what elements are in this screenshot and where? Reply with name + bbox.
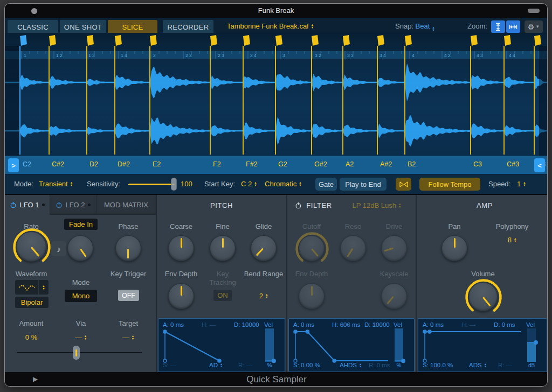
slice-key-label[interactable]: F2 — [213, 160, 221, 168]
crossfade-button[interactable] — [396, 178, 411, 191]
drive-knob[interactable] — [381, 235, 407, 261]
play-to-end-button[interactable]: Play to End — [340, 178, 387, 191]
slice-marker-flag[interactable] — [312, 35, 319, 46]
filter-env-vel-unit: % — [395, 362, 403, 368]
pitch-env-depth-knob[interactable] — [168, 283, 194, 309]
coarse-knob[interactable] — [168, 235, 194, 261]
slice-key-label[interactable]: D#2 — [118, 160, 130, 168]
slice-marker-flag[interactable] — [49, 35, 56, 46]
target-selector[interactable]: —▲▼ — [122, 333, 134, 341]
start-key-selector[interactable]: C 2▲▼ — [241, 180, 257, 188]
lfo-rate-knob[interactable] — [16, 232, 46, 262]
tab-slice[interactable]: SLICE — [108, 20, 157, 34]
slice-key-label[interactable]: F#2 — [246, 160, 258, 168]
power-icon[interactable] — [10, 201, 17, 208]
slice-marker-flag[interactable] — [405, 35, 412, 46]
pitch-envelope-display[interactable]: A: 0 msH: —D: 10000VelS: —AD▲▼R: —% — [158, 318, 285, 372]
polyphony-selector[interactable]: 8▲▼ — [508, 236, 517, 244]
reso-knob[interactable] — [340, 235, 366, 261]
slice-marker-flag[interactable] — [377, 35, 384, 46]
tab-recorder[interactable]: RECORDER — [163, 20, 213, 34]
pan-knob[interactable] — [441, 235, 467, 261]
keyscale-knob[interactable] — [381, 283, 407, 309]
slice-key-label[interactable]: A#2 — [380, 160, 392, 168]
mode-selector[interactable]: Transient▲▼ — [39, 180, 73, 188]
slice-key-label[interactable]: C#2 — [52, 160, 64, 168]
cutoff-knob[interactable] — [299, 235, 325, 261]
power-icon[interactable] — [56, 201, 63, 208]
sensitivity-slider-handle[interactable] — [171, 178, 177, 191]
filter-power-icon[interactable] — [295, 202, 302, 209]
gate-button[interactable]: Gate — [315, 178, 337, 191]
glide-knob[interactable] — [251, 235, 277, 261]
slice-key-label[interactable]: E2 — [153, 160, 161, 168]
keyscale-label: Keyscale — [380, 270, 409, 278]
scale-selector[interactable]: Chromatic▲▼ — [265, 180, 302, 188]
sample-file-selector[interactable]: Tamborine Funk Break.caf ▲▼ — [227, 22, 314, 30]
slice-marker-flag[interactable] — [150, 35, 157, 46]
amp-env-vel-handle[interactable] — [534, 340, 538, 345]
settings-button[interactable]: ⚙▼ — [525, 20, 543, 33]
fine-knob[interactable] — [210, 235, 236, 261]
slice-marker-flag[interactable] — [343, 35, 350, 46]
lfo-mode-value[interactable]: Mono — [65, 290, 97, 302]
key-tracking-on-button[interactable]: ON — [213, 290, 232, 301]
slice-key-label[interactable]: G#2 — [314, 160, 327, 168]
amp-envelope-display[interactable]: A: 0 msH: —D: 0 msVelS: 100.0 %ADS▲▼R: —… — [418, 318, 547, 372]
filter-title: FILTER — [306, 201, 332, 209]
filter-env-depth-knob[interactable] — [299, 283, 325, 309]
lfo-fade-in-knob[interactable] — [67, 235, 93, 261]
chevron-down-icon: ▼ — [535, 24, 540, 29]
tab-classic[interactable]: CLASSIC — [8, 20, 58, 34]
tab-lfo1[interactable]: LFO 1 — [5, 195, 50, 215]
window-control-pill[interactable] — [528, 9, 540, 13]
slice-marker-flag[interactable] — [210, 35, 217, 46]
slice-marker-flag[interactable] — [275, 35, 282, 46]
zoom-vertical-button[interactable] — [491, 20, 505, 33]
fade-in-toggle[interactable]: Fade In — [64, 219, 98, 230]
snap-selector[interactable]: Snap: Beat▲▼ — [395, 22, 435, 32]
chevron-updown-icon: ▲▼ — [132, 335, 134, 340]
slice-marker-flag[interactable] — [534, 35, 541, 46]
slice-marker-flag[interactable] — [504, 35, 511, 46]
filter-type-selector[interactable]: LP 12dB Lush▲▼ — [353, 201, 402, 209]
slice-key-label[interactable]: B2 — [408, 160, 416, 168]
lfo-waveform-selector[interactable]: ▲▼ — [15, 280, 49, 295]
lfo-phase-knob[interactable] — [115, 235, 141, 261]
waveform-display[interactable]: 11 21 31 422 22 32 433 23 33 444 24 34 4 — [5, 33, 548, 156]
chevron-updown-icon: ▲▼ — [311, 24, 314, 29]
tab-one-shot[interactable]: ONE SHOT — [60, 20, 106, 34]
tab-mod-matrix[interactable]: MOD MATRIX — [96, 195, 156, 215]
slice-marker-flag[interactable] — [243, 35, 250, 46]
amount-value[interactable]: 0 % — [25, 333, 37, 341]
play-icon[interactable]: ▶ — [33, 375, 38, 383]
bipolar-toggle[interactable]: Bipolar — [15, 297, 49, 308]
slice-key-label[interactable]: C3 — [473, 160, 482, 168]
rate-sync-note-button[interactable]: ♪ — [51, 241, 66, 256]
lfo-waveshape-icon — [15, 280, 39, 295]
slice-key-label[interactable]: G2 — [278, 160, 287, 168]
slice-marker-flag[interactable] — [87, 35, 94, 46]
slice-key-label[interactable]: C#3 — [507, 160, 519, 168]
scroll-left-button[interactable]: > — [8, 158, 19, 172]
volume-knob[interactable] — [468, 282, 498, 311]
slice-marker-flag[interactable] — [471, 35, 478, 46]
via-selector[interactable]: —▲▼ — [75, 333, 87, 341]
zoom-horizontal-button[interactable] — [506, 20, 520, 33]
amount-slider-handle[interactable] — [73, 346, 80, 360]
lfo2-led — [88, 204, 91, 206]
speed-selector[interactable]: 1▲▼ — [517, 180, 526, 188]
tab-lfo2[interactable]: LFO 2 — [50, 195, 96, 215]
slice-key-label[interactable]: C2 — [23, 160, 31, 168]
slice-marker-flag[interactable] — [115, 35, 122, 46]
filter-envelope-display[interactable]: A: 0 msH: 606 msD: 10000VelS: 0.00 %AHDS… — [288, 318, 415, 372]
key-trigger-off-button[interactable]: OFF — [118, 290, 139, 301]
sensitivity-slider[interactable] — [128, 184, 175, 185]
plugin-name: Quick Sampler — [246, 374, 306, 385]
follow-tempo-button[interactable]: Follow Tempo — [419, 178, 480, 191]
bend-range-selector[interactable]: 2▲▼ — [259, 292, 268, 300]
slice-marker-flag[interactable] — [20, 35, 27, 46]
slice-key-label[interactable]: D2 — [89, 160, 98, 168]
scroll-right-button[interactable]: < — [534, 158, 545, 172]
slice-key-label[interactable]: A2 — [346, 160, 354, 168]
